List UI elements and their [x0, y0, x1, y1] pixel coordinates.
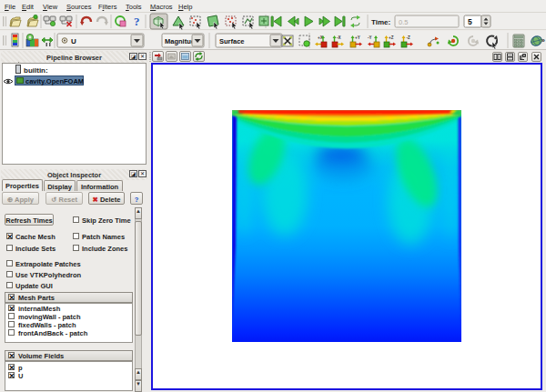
svg-text:»: » [541, 37, 545, 44]
svg-text:U: U [71, 37, 76, 45]
svg-text:+Z: +Z [389, 35, 394, 40]
svg-text:0.5: 0.5 [399, 18, 408, 26]
svg-text:-Y: -Y [368, 35, 372, 40]
svg-text:+Y: +Y [355, 35, 360, 40]
svg-text:Surface: Surface [219, 37, 245, 45]
svg-text:-X: -X [337, 35, 341, 40]
svg-text:?: ? [134, 15, 140, 28]
svg-text:-Z: -Z [407, 35, 410, 40]
svg-text:Time:: Time: [371, 18, 390, 26]
svg-text:Magnituc: Magnituc [165, 37, 195, 45]
svg-text:5: 5 [468, 17, 472, 26]
